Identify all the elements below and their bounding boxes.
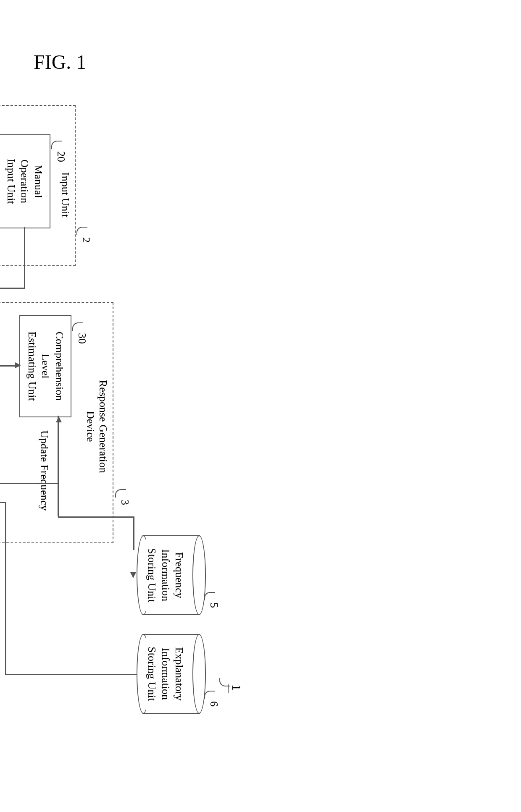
arrowhead-into-freq [130, 572, 136, 578]
arrow-expl-v2 [0, 502, 6, 503]
response-device-title: Response Generation Device [84, 380, 109, 473]
expl-ref-leader [204, 691, 215, 699]
figure-title: FIG. 1 [34, 50, 86, 73]
frequency-information-storing-unit: Frequency Information Storing Unit [137, 535, 206, 615]
explanatory-information-storing-unit: Explanatory Information Storing Unit [137, 634, 206, 714]
input-unit-title: Input Unit [59, 172, 71, 217]
arrowhead-freq-back [56, 416, 62, 422]
arrow-update-freq [0, 483, 59, 484]
input-unit-ref: 2 [80, 237, 92, 243]
arrow-expl-h [5, 502, 7, 675]
arrow-manual-out [24, 227, 26, 288]
arrow-expl-v [6, 674, 137, 675]
arrow-comp-freq-h [58, 416, 59, 516]
response-device-ref: 3 [118, 500, 131, 505]
system-ref-leader [219, 678, 230, 686]
arrow-manual-out-v [0, 288, 25, 289]
update-frequency-label: Update Frequency [38, 430, 50, 511]
response-device-ref-leader [115, 489, 126, 498]
arrow-comp-freq-v [58, 516, 134, 518]
freq-ref-leader [204, 592, 215, 600]
manual-ref-leader [51, 141, 62, 149]
manual-operation-input-unit: Manual Operation Input Unit [0, 134, 50, 228]
comprehension-ref: 30 [76, 333, 88, 344]
manual-ref: 20 [55, 151, 67, 162]
input-unit-ref-leader [76, 227, 87, 235]
freq-ref: 5 [208, 602, 220, 608]
comprehension-level-estimating-unit: Comprehension Level Estimating Unit [19, 315, 71, 417]
comprehension-ref-leader [72, 322, 83, 331]
arrowhead-comp-up [15, 362, 21, 368]
system-diagram: 1 Input Unit 2 Manual Operation Input Un… [0, 88, 260, 732]
arrow-comp-dialog [0, 365, 16, 367]
arrow-comp-freq-h2 [134, 516, 135, 550]
expl-ref: 6 [208, 701, 220, 707]
